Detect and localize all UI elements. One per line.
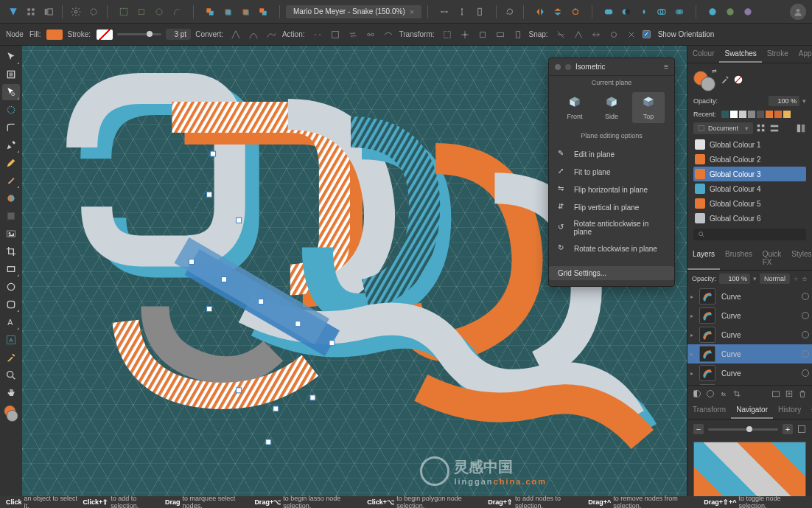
gear-icon[interactable] <box>86 4 101 19</box>
align-2-icon[interactable] <box>134 4 149 19</box>
transform-c-icon[interactable] <box>511 28 525 41</box>
layer-row[interactable]: ▸ Curve <box>687 325 812 344</box>
panel-close-icon[interactable] <box>555 64 561 70</box>
tab-appearance[interactable]: Appearance <box>794 46 812 63</box>
opacity-field[interactable] <box>769 96 799 106</box>
snap-e-icon[interactable] <box>625 28 638 41</box>
tab-colour[interactable]: Colour <box>687 46 719 63</box>
convert-sharp-icon[interactable] <box>229 28 242 41</box>
rectangle-tool[interactable] <box>2 261 20 277</box>
vector-icon[interactable] <box>568 4 583 19</box>
color-circles-tool[interactable] <box>2 403 20 423</box>
rotate-icon[interactable] <box>503 4 517 19</box>
layer-fx-icon[interactable]: fx <box>718 389 729 399</box>
iso-action-3[interactable]: ⇵Flip vertical in plane <box>549 198 674 216</box>
iso-action-2[interactable]: ⇋Flip horizontal in plane <box>549 181 674 198</box>
swatch-search[interactable] <box>693 229 806 240</box>
bool-xor-icon[interactable] <box>654 4 669 19</box>
ellipse-tool[interactable] <box>2 279 20 295</box>
zoom-in-button[interactable]: + <box>783 424 793 434</box>
layer-row[interactable]: ▸ Curve <box>687 344 812 363</box>
layer-row[interactable]: ▸ Curve <box>687 287 812 306</box>
layer-visibility-icon[interactable] <box>802 331 809 338</box>
swatch-item[interactable]: Global Colour 5 <box>693 196 806 211</box>
artboard-tool[interactable] <box>2 66 20 83</box>
layer-row[interactable]: ▸ Curve <box>687 363 812 383</box>
action-smooth-icon[interactable] <box>382 28 395 41</box>
arrange-down-icon[interactable] <box>220 4 235 19</box>
swatch-view1-icon[interactable] <box>756 123 766 133</box>
grid-view-icon[interactable] <box>24 4 38 19</box>
close-tab-icon[interactable]: × <box>410 7 414 16</box>
transparency-tool[interactable] <box>2 208 20 224</box>
layer-adjust-icon[interactable] <box>705 389 715 399</box>
crop-tool[interactable] <box>2 243 20 260</box>
panel-icon[interactable] <box>41 4 56 19</box>
recent-swatch[interactable] <box>766 111 773 118</box>
node-tool[interactable] <box>2 84 20 100</box>
iso-menu-icon[interactable]: ≡ <box>664 63 668 71</box>
persona-3-icon[interactable] <box>741 4 755 19</box>
tab-stroke[interactable]: Stroke <box>762 46 794 63</box>
fill-tool[interactable] <box>2 190 20 206</box>
layer-opacity-field[interactable] <box>719 274 750 284</box>
snap-d-icon[interactable] <box>607 28 620 41</box>
align-1-icon[interactable] <box>116 4 131 19</box>
action-break-icon[interactable] <box>311 28 324 41</box>
no-color-icon[interactable] <box>733 74 743 86</box>
snap-c-icon[interactable] <box>589 28 603 41</box>
action-join-icon[interactable] <box>364 28 377 41</box>
distribute-v-icon[interactable] <box>455 4 469 19</box>
stroke-width-slider[interactable] <box>117 33 161 35</box>
recent-swatch[interactable] <box>774 111 782 118</box>
align-3-icon[interactable] <box>152 4 167 19</box>
move-tool[interactable] <box>2 49 20 65</box>
layer-visibility-icon[interactable] <box>802 293 809 300</box>
iso-action-0[interactable]: ✎Edit in plane <box>549 145 674 163</box>
zoom-tool[interactable] <box>2 367 20 383</box>
plane-front-button[interactable]: Front <box>559 92 591 123</box>
recent-swatch[interactable] <box>783 111 791 118</box>
align-center-icon[interactable] <box>472 4 487 19</box>
bool-int-icon[interactable] <box>637 4 651 19</box>
navigator-preview[interactable] <box>693 442 806 502</box>
pan-tool[interactable] <box>2 385 20 401</box>
snap-a-icon[interactable] <box>554 28 567 41</box>
bool-add-icon[interactable] <box>601 4 616 19</box>
swatch-view3-icon[interactable] <box>783 123 793 133</box>
brush-tool[interactable] <box>2 173 20 189</box>
plane-top-button[interactable]: Top <box>632 92 665 123</box>
bool-sub-icon[interactable] <box>619 4 634 19</box>
canvas[interactable]: Isometric ≡ Current plane FrontSideTop P… <box>22 46 687 508</box>
transform-b-icon[interactable] <box>494 28 507 41</box>
tab-brushes[interactable]: Brushes <box>720 246 757 270</box>
panel-menu-icon[interactable]: ≡ <box>806 402 812 419</box>
orientation-checkbox[interactable]: ✓ <box>643 30 651 38</box>
tab-quick-fx[interactable]: Quick FX <box>757 246 787 270</box>
panel-pin-icon[interactable] <box>565 64 571 70</box>
transform-a-icon[interactable] <box>476 28 489 41</box>
settings-icon[interactable] <box>69 4 83 19</box>
stroke-width-field[interactable]: 3 pt <box>166 29 191 40</box>
layer-row[interactable]: ▸ Curve <box>687 306 812 325</box>
convert-smart-icon[interactable] <box>265 28 278 41</box>
layer-expand-icon[interactable]: ▸ <box>690 293 696 300</box>
tab-swatches[interactable]: Swatches <box>719 46 761 63</box>
arrange-up-icon[interactable] <box>238 4 253 19</box>
plane-side-button[interactable]: Side <box>595 92 628 123</box>
art-text-tool[interactable]: A <box>2 314 20 330</box>
fill-swatch[interactable] <box>46 29 63 40</box>
swatch-view4-icon[interactable] <box>796 123 806 133</box>
layer-add-icon[interactable] <box>784 389 794 399</box>
opacity-chevron-icon[interactable]: ▾ <box>802 97 806 105</box>
pen-tool[interactable] <box>2 137 20 153</box>
recent-swatch[interactable] <box>757 111 764 118</box>
transform-origin-icon[interactable] <box>458 28 472 41</box>
app-logo-icon[interactable] <box>6 4 21 19</box>
arrange-front-icon[interactable] <box>256 4 270 19</box>
iso-action-1[interactable]: ⤢Fit to plane <box>549 163 674 181</box>
persona-2-icon[interactable] <box>723 4 738 19</box>
arrange-back-icon[interactable] <box>203 4 217 19</box>
swatch-item[interactable]: Global Colour 2 <box>693 152 806 167</box>
tab-layers[interactable]: Layers <box>687 246 720 270</box>
